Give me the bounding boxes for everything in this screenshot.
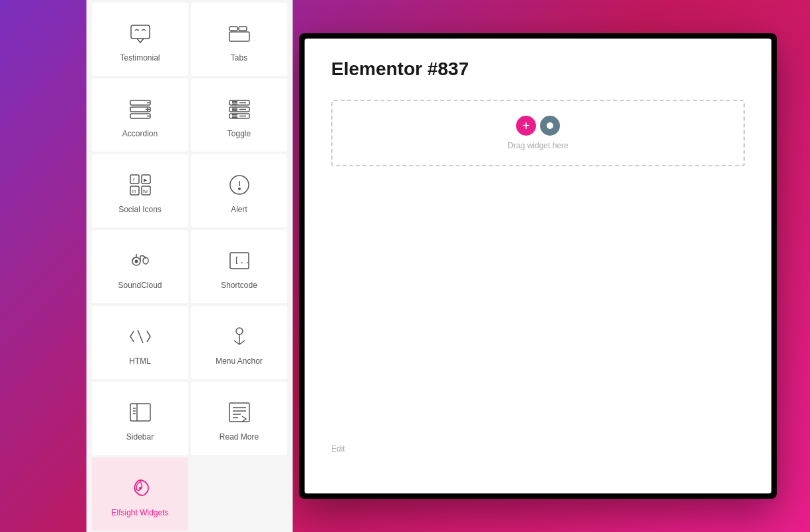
svg-line-47	[234, 340, 239, 344]
widget-item-toggle[interactable]: Toggle	[191, 78, 287, 152]
sidebar-label: Sidebar	[126, 432, 154, 442]
testimonial-icon	[127, 20, 154, 47]
html-icon	[127, 323, 154, 350]
add-widget-button[interactable]: +	[516, 116, 536, 136]
social-icons-icon: f ▶ in tw	[127, 172, 154, 198]
widget-item-alert[interactable]: Alert	[191, 154, 287, 227]
alert-icon	[226, 172, 253, 198]
widget-item-tabs[interactable]: Tabs	[191, 3, 287, 76]
elfsight-label: Elfsight Widgets	[111, 508, 168, 517]
read-more-icon	[226, 399, 253, 426]
svg-rect-1	[229, 27, 237, 31]
html-label: HTML	[129, 356, 151, 366]
widget-item-menu-anchor[interactable]: Menu Anchor	[191, 306, 287, 379]
drop-zone: + Drag widget here	[331, 100, 745, 166]
shortcode-label: Shortcode	[221, 281, 257, 290]
svg-line-48	[239, 340, 245, 344]
edit-label: Edit	[331, 444, 345, 454]
canvas-inner: Elementor #837 + Drag widget here Edit	[305, 39, 771, 493]
widget-grid: Testimonial Tabs Accordion	[92, 0, 287, 531]
sidebar-icon	[127, 399, 154, 426]
tabs-label: Tabs	[231, 53, 247, 63]
tabs-icon	[226, 20, 253, 47]
read-more-label: Read More	[219, 432, 259, 442]
menu-anchor-icon	[226, 323, 253, 350]
alert-label: Alert	[231, 205, 247, 214]
widget-item-elfsight[interactable]: Elfsight Widgets	[92, 458, 188, 531]
svg-rect-2	[239, 27, 247, 31]
widget-panel: Testimonial Tabs Accordion	[86, 0, 293, 532]
drop-zone-buttons: +	[516, 116, 560, 136]
accordion-label: Accordion	[122, 129, 158, 138]
svg-point-36	[238, 188, 239, 190]
svg-text:f: f	[133, 177, 135, 183]
page-title: Elementor #837	[331, 59, 745, 80]
svg-point-60	[547, 122, 553, 129]
toggle-label: Toggle	[227, 129, 251, 138]
svg-text:tw: tw	[143, 189, 148, 194]
elfsight-icon	[127, 475, 154, 501]
svg-rect-3	[229, 32, 249, 41]
soundcloud-label: SoundCloud	[118, 281, 162, 290]
svg-text:in: in	[132, 189, 136, 194]
edit-icon	[545, 120, 555, 131]
svg-point-59	[139, 487, 142, 489]
social-icons-label: Social Icons	[118, 205, 162, 214]
widget-item-shortcode[interactable]: [...] Shortcode	[191, 230, 287, 303]
soundcloud-icon	[127, 247, 154, 274]
svg-point-45	[236, 328, 243, 334]
svg-line-44	[138, 330, 143, 343]
widget-item-html[interactable]: HTML	[92, 306, 188, 379]
svg-rect-0	[131, 25, 150, 39]
widget-item-testimonial[interactable]: Testimonial	[92, 3, 188, 76]
svg-rect-26	[130, 175, 139, 184]
widget-item-accordion[interactable]: Accordion	[92, 78, 188, 152]
testimonial-label: Testimonial	[120, 53, 160, 63]
edit-widget-button[interactable]	[540, 116, 560, 136]
widget-item-social-icons[interactable]: f ▶ in tw Social Icons	[92, 154, 188, 227]
accordion-icon	[127, 96, 154, 122]
shortcode-icon: [...]	[226, 247, 253, 274]
toggle-icon	[226, 96, 253, 122]
drop-zone-text: Drag widget here	[507, 141, 568, 150]
svg-text:▶: ▶	[144, 178, 148, 182]
svg-rect-49	[130, 404, 150, 421]
widget-empty	[191, 458, 287, 531]
widget-item-read-more[interactable]: Read More	[191, 382, 287, 455]
canvas-area: Elementor #837 + Drag widget here Edit	[299, 33, 777, 499]
menu-anchor-label: Menu Anchor	[215, 356, 263, 366]
svg-point-40	[134, 260, 138, 263]
widget-item-sidebar[interactable]: Sidebar	[92, 382, 188, 455]
svg-text:[...]: [...]	[234, 255, 251, 265]
widget-item-soundcloud[interactable]: SoundCloud	[92, 230, 188, 303]
